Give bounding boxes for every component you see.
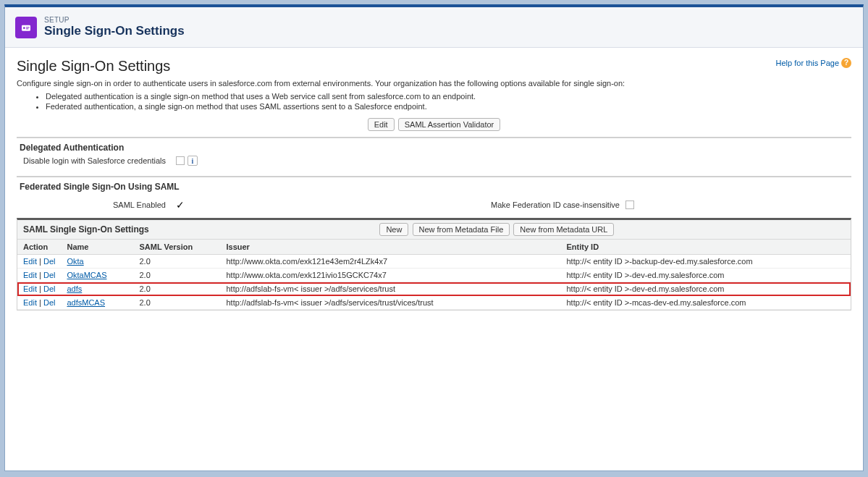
setup-header: SETUP Single Sign-On Settings: [5, 7, 863, 48]
edit-button[interactable]: Edit: [368, 118, 395, 131]
name-link[interactable]: adfs: [67, 284, 82, 293]
th-version: SAML Version: [133, 240, 220, 255]
intro-text: Configure single sign-on in order to aut…: [17, 79, 851, 88]
svg-point-1: [23, 27, 25, 29]
table-row: Edit | DelOktaMCAS2.0http://www.okta.com…: [17, 269, 851, 282]
version-cell: 2.0: [133, 296, 220, 310]
edit-link[interactable]: Edit: [23, 271, 37, 279]
issuer-cell: http://www.okta.com/exk121ivio15GCKC74x7: [220, 269, 560, 282]
th-name: Name: [61, 240, 133, 255]
del-link[interactable]: Del: [43, 271, 56, 279]
header-title: Single Sign-On Settings: [44, 24, 185, 38]
saml-enabled-label: SAML Enabled: [17, 200, 176, 209]
name-link[interactable]: adfsMCAS: [67, 298, 105, 307]
delegated-auth-heading: Delegated Authentication: [17, 138, 851, 156]
saml-panel-title: SAML Single Sign-On Settings: [23, 224, 149, 235]
help-icon: ?: [841, 58, 851, 68]
intro-list: Delegated authentication is a single sig…: [46, 92, 851, 111]
sso-icon: [15, 17, 37, 38]
edit-link[interactable]: Edit: [23, 284, 37, 293]
name-link[interactable]: Okta: [67, 257, 83, 266]
saml-settings-panel: SAML Single Sign-On Settings New New fro…: [17, 218, 851, 311]
entity-cell: http://< entity ID >-mcas-dev-ed.my.sale…: [560, 296, 851, 310]
new-from-file-button[interactable]: New from Metadata File: [413, 223, 510, 236]
federation-case-checkbox[interactable]: [625, 200, 634, 209]
saml-validator-button[interactable]: SAML Assertion Validator: [398, 118, 501, 131]
del-link[interactable]: Del: [43, 257, 56, 266]
version-cell: 2.0: [133, 255, 220, 269]
svg-rect-3: [26, 28, 28, 29]
entity-cell: http://< entity ID >-dev-ed.my.salesforc…: [560, 269, 851, 282]
entity-cell: http://< entity ID >-backup-dev-ed.my.sa…: [560, 255, 851, 269]
version-cell: 2.0: [133, 269, 220, 282]
help-link-text: Help for this Page: [776, 59, 839, 67]
disable-login-label: Disable login with Salesforce credential…: [17, 156, 176, 165]
federation-case-label: Make Federation ID case-insensitive: [491, 200, 620, 209]
del-link[interactable]: Del: [43, 298, 56, 307]
th-entity: Entity ID: [560, 240, 851, 255]
saml-table: Action Name SAML Version Issuer Entity I…: [17, 240, 851, 310]
edit-link[interactable]: Edit: [23, 257, 37, 266]
header-kicker: SETUP: [44, 16, 185, 24]
page-title: Single Sign-On Settings: [17, 58, 170, 75]
info-icon[interactable]: i: [187, 156, 198, 166]
issuer-cell: http://adfslab-fs-vm< issuer >/adfs/serv…: [220, 296, 560, 310]
svg-rect-0: [22, 25, 30, 30]
new-from-url-button[interactable]: New from Metadata URL: [513, 223, 614, 236]
edit-link[interactable]: Edit: [23, 298, 37, 307]
intro-bullet: Federated authentication, a single sign-…: [46, 102, 851, 111]
disable-login-checkbox[interactable]: [176, 156, 185, 165]
th-issuer: Issuer: [220, 240, 560, 255]
th-action: Action: [17, 240, 61, 255]
intro-bullet: Delegated authentication is a single sig…: [46, 92, 851, 101]
del-link[interactable]: Del: [43, 284, 56, 293]
issuer-cell: http://adfslab-fs-vm< issuer >/adfs/serv…: [220, 282, 560, 296]
version-cell: 2.0: [133, 282, 220, 296]
name-link[interactable]: OktaMCAS: [67, 271, 106, 279]
checkmark-icon: ✓: [176, 199, 185, 211]
svg-rect-2: [26, 27, 30, 28]
help-link[interactable]: Help for this Page ?: [776, 58, 851, 68]
table-row: Edit | DelOkta2.0http://www.okta.com/exk…: [17, 255, 851, 269]
issuer-cell: http://www.okta.com/exk121e43em2r4LZk4x7: [220, 255, 560, 269]
entity-cell: http://< entity ID >-dev-ed.my.salesforc…: [560, 282, 851, 296]
table-row: Edit | Deladfs2.0http://adfslab-fs-vm< i…: [17, 282, 851, 296]
federated-heading: Federated Single Sign-On Using SAML: [17, 177, 851, 195]
new-button[interactable]: New: [379, 223, 408, 236]
table-row: Edit | DeladfsMCAS2.0http://adfslab-fs-v…: [17, 296, 851, 310]
